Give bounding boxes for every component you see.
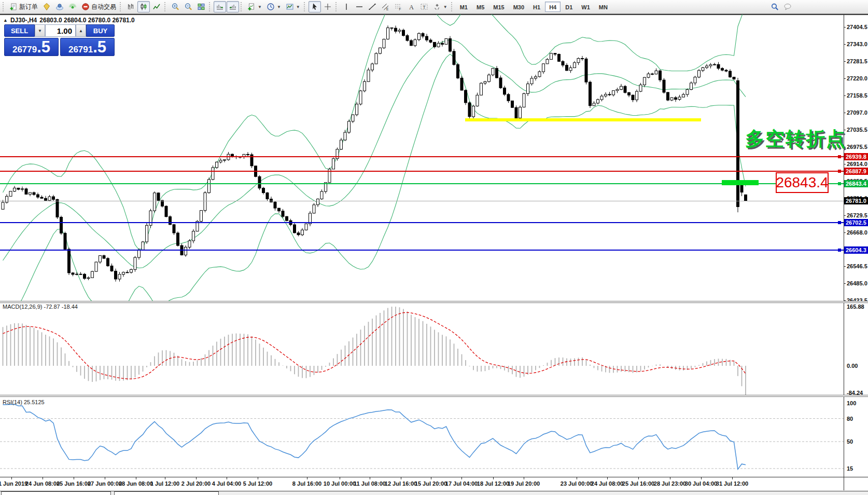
time-tick-label: 27 Jun 00:00 — [88, 480, 122, 487]
time-tick-mark — [431, 477, 431, 479]
collapse-panel-icon[interactable]: ▲ — [3, 18, 8, 23]
price-badge-26781.0: 26781.0 — [844, 197, 868, 204]
volume-input[interactable] — [45, 24, 76, 37]
time-tick-label: 4 Jul 04:00 — [212, 480, 241, 487]
time-tick-label: 30 Jul 04:00 — [685, 480, 717, 487]
resistance-line-upper-handle[interactable] — [838, 155, 841, 158]
time-tick-mark — [701, 477, 702, 479]
volume-decrease-button[interactable]: ▼ — [35, 24, 45, 37]
time-tick-mark — [670, 477, 670, 479]
caret-up-icon: ▲ — [79, 29, 83, 33]
price-tick-mark — [844, 266, 846, 267]
price-tick-mark — [844, 215, 846, 216]
rsi-axis-label: 100 — [847, 400, 856, 406]
price-annotation-box[interactable]: 26843.4 — [776, 172, 829, 193]
support-line-yellow[interactable] — [465, 118, 701, 121]
time-tick-mark — [524, 477, 524, 479]
resistance-line-lower-handle[interactable] — [838, 170, 841, 173]
price-badge-26887.9: 26887.9 — [844, 168, 868, 175]
pane-separator-rsi[interactable] — [0, 395, 868, 397]
chart-tab[interactable] — [1, 491, 111, 495]
time-tick-label: 1 Jul 12:00 — [150, 480, 179, 487]
rsi-axis-label: 50 — [847, 438, 853, 445]
support-line-lower-handle[interactable] — [838, 249, 841, 252]
key-level-line[interactable] — [0, 183, 844, 184]
price-tick-mark — [844, 95, 846, 96]
caret-down-icon: ▼ — [38, 29, 42, 33]
price-badge-26939.8: 26939.8 — [844, 153, 868, 160]
sell-price-button[interactable]: 26779.5 — [4, 38, 59, 56]
time-tick-mark — [370, 477, 370, 479]
price-badge-26843.4: 26843.4 — [844, 180, 868, 187]
resistance-line-lower[interactable] — [0, 171, 844, 172]
entry-highlight-bar[interactable] — [722, 180, 759, 185]
price-tick-mark — [844, 78, 846, 79]
time-tick-mark — [258, 477, 258, 479]
price-tick-label: 27097.0 — [847, 109, 867, 116]
price-badge-26604.3: 26604.3 — [844, 246, 868, 254]
time-tick-label: 10 Jul 00:00 — [324, 480, 356, 487]
time-tick-label: 2 Jul 20:00 — [181, 480, 211, 487]
one-click-trading-panel: SELL ▼ ▲ BUY 26779.5 26791.5 — [4, 24, 115, 56]
time-tick-mark — [136, 477, 136, 479]
buy-price-button[interactable]: 26791.5 — [60, 38, 115, 56]
volume-increase-button[interactable]: ▲ — [76, 24, 86, 37]
main-chart-canvas[interactable] — [0, 0, 868, 495]
macd-axis-label: 165.88 — [847, 304, 864, 310]
time-axis-separator — [0, 477, 868, 477]
time-tick-label: 24 Jun 08:00 — [25, 480, 60, 487]
time-tick-mark — [461, 477, 462, 479]
key-level-line-handle[interactable] — [838, 182, 841, 185]
price-tick-label: 27035.5 — [847, 127, 867, 133]
time-tick-mark — [732, 477, 733, 479]
time-tick-label: 19 Jul 20:00 — [508, 480, 540, 487]
buy-button[interactable]: BUY — [86, 24, 115, 37]
buy-price-main: 26791 — [68, 42, 93, 58]
price-tick-mark — [844, 61, 846, 62]
time-tick-mark — [340, 477, 340, 479]
price-tick-label: 27343.0 — [847, 41, 867, 47]
time-tick-label: 17 Jul 04:00 — [445, 480, 478, 487]
time-tick-label: 21 Jun 2019 — [0, 480, 27, 487]
resistance-line-upper[interactable] — [0, 156, 844, 157]
price-tick-label: 27220.0 — [847, 75, 867, 81]
time-tick-mark — [638, 477, 639, 479]
mt4-window: 新订单自动交易▼▼▼EFAT▼M1M5M15M30H1H4D1W1MN 2740… — [0, 0, 868, 495]
macd-axis-label: -84.24 — [847, 390, 863, 396]
time-tick-mark — [196, 477, 197, 479]
price-tick-label: 26729.5 — [847, 212, 867, 218]
time-tick-mark — [607, 477, 608, 479]
pane-separator-macd[interactable] — [0, 301, 868, 303]
turning-point-annotation[interactable]: 多空转折点 — [745, 126, 846, 152]
buy-price-fraction: .5 — [93, 39, 106, 55]
price-tick-label: 26546.5 — [847, 263, 867, 269]
time-tick-label: 28 Jun 08:00 — [119, 480, 153, 487]
time-tick-mark — [165, 477, 165, 479]
time-tick-label: 15 Jul 20:00 — [415, 480, 447, 487]
price-tick-label: 26485.0 — [847, 280, 867, 286]
price-tick-label: 27404.5 — [847, 24, 867, 30]
time-tick-label: 31 Jul 12:00 — [716, 480, 748, 487]
support-line-upper-handle[interactable] — [838, 221, 841, 224]
macd-axis-label: 0.00 — [847, 363, 858, 369]
time-tick-label: 28 Jul 23:00 — [654, 480, 686, 487]
time-tick-label: 25 Jun 16:00 — [57, 480, 91, 487]
time-tick-label: 24 Jul 08:00 — [591, 480, 623, 487]
time-tick-mark — [493, 477, 494, 479]
time-tick-mark — [227, 477, 227, 479]
time-tick-label: 23 Jul 00:00 — [561, 480, 593, 487]
time-tick-label: 5 Jul 12:00 — [243, 480, 272, 487]
price-tick-mark — [844, 232, 846, 233]
symbol-period-label: DJ30-,H4 — [10, 17, 37, 24]
price-tick-mark — [844, 164, 846, 164]
chart-tab[interactable] — [114, 491, 219, 495]
time-tick-label: 8 Jul 16:00 — [292, 480, 321, 487]
support-line-upper[interactable] — [0, 222, 844, 223]
time-tick-mark — [43, 477, 43, 479]
price-tick-label: 26975.5 — [847, 144, 867, 150]
price-tick-label: 27158.5 — [847, 92, 867, 99]
price-tick-label: 26914.0 — [847, 161, 867, 167]
sell-button[interactable]: SELL — [4, 24, 35, 37]
support-line-lower[interactable] — [0, 250, 844, 251]
price-tick-label: 26668.0 — [847, 229, 867, 236]
